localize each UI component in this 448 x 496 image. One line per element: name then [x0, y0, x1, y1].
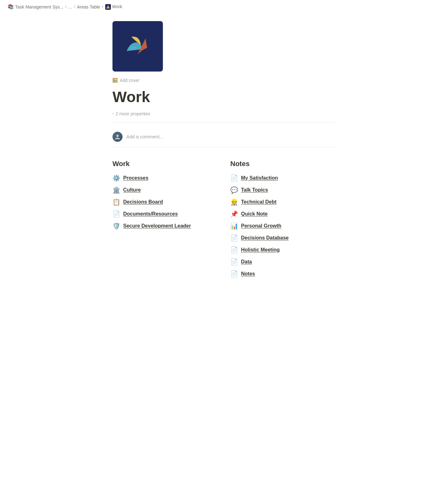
notes-label: Notes — [241, 271, 255, 277]
page-title: Work — [112, 88, 336, 106]
my-satisfaction-icon: 📄 — [230, 174, 238, 182]
link-item-quick-note[interactable]: 📌 Quick Note — [230, 210, 336, 218]
link-item-decisions-database[interactable]: 📄 Decisions Database — [230, 234, 336, 242]
decisions-database-label: Decisions Database — [241, 235, 289, 241]
divider-comment — [112, 147, 336, 147]
talk-topics-icon: 💬 — [230, 186, 238, 194]
link-item-secure-development-leader[interactable]: 🛡️ Secure Development Leader — [112, 222, 218, 230]
sections-container: Work ⚙️ Processes 🏛️ Culture 📋 Decisions… — [112, 160, 336, 278]
link-item-documents-resources[interactable]: 📄 Documents/Resources — [112, 210, 218, 218]
processes-label: Processes — [123, 175, 148, 181]
personal-growth-label: Personal Growth — [241, 223, 281, 229]
work-section: Work ⚙️ Processes 🏛️ Culture 📋 Decisions… — [112, 160, 218, 278]
work-breadcrumb-icon — [105, 4, 111, 10]
breadcrumb-task-management[interactable]: 📚 Task Management Sys... — [8, 4, 63, 10]
avatar — [112, 132, 123, 142]
comment-input[interactable]: Add a comment... — [126, 134, 164, 139]
task-management-icon: 📚 — [8, 4, 14, 10]
page-icon-container — [112, 21, 336, 72]
breadcrumb-sep-2: / — [74, 4, 75, 9]
secure-development-leader-icon: 🛡️ — [112, 222, 120, 230]
link-item-culture[interactable]: 🏛️ Culture — [112, 186, 218, 194]
breadcrumb-areas-table[interactable]: Areas Table — [77, 4, 100, 9]
quick-note-icon: 📌 — [230, 210, 238, 218]
divider-properties — [112, 123, 336, 123]
breadcrumb-sep-3: / — [102, 4, 103, 9]
page-content: 🖼️ Add cover Work › 2 more properties Ad… — [82, 14, 366, 303]
notes-link-list: 📄 My Satisfaction 💬 Talk Topics 👷 Techni… — [230, 174, 336, 278]
decisions-database-icon: 📄 — [230, 234, 238, 242]
link-item-holistic-meeting[interactable]: 📄 Holistic Meeting — [230, 246, 336, 254]
holistic-meeting-label: Holistic Meeting — [241, 247, 280, 253]
properties-toggle[interactable]: › 2 more properties — [112, 111, 336, 116]
notes-section: Notes 📄 My Satisfaction 💬 Talk Topics 👷 … — [230, 160, 336, 278]
link-item-data[interactable]: 📄 Data — [230, 258, 336, 266]
personal-growth-icon: 📊 — [230, 222, 238, 230]
documents-resources-label: Documents/Resources — [123, 211, 178, 217]
breadcrumb-work[interactable]: Work — [105, 4, 122, 10]
breadcrumb: 📚 Task Management Sys... / ... / Areas T… — [0, 0, 448, 14]
data-icon: 📄 — [230, 258, 238, 266]
culture-label: Culture — [123, 187, 141, 193]
technical-debt-label: Technical Debt — [241, 199, 277, 205]
decisions-board-label: Decisions Board — [123, 199, 163, 205]
breadcrumb-sep-1: / — [65, 4, 66, 9]
link-item-talk-topics[interactable]: 💬 Talk Topics — [230, 186, 336, 194]
chevron-down-icon: › — [111, 113, 115, 114]
technical-debt-icon: 👷 — [230, 198, 238, 206]
processes-icon: ⚙️ — [112, 174, 120, 182]
add-cover-icon: 🖼️ — [112, 78, 118, 83]
decisions-board-icon: 📋 — [112, 198, 120, 206]
my-satisfaction-label: My Satisfaction — [241, 175, 278, 181]
breadcrumb-ellipsis[interactable]: ... — [68, 4, 72, 9]
culture-icon: 🏛️ — [112, 186, 120, 194]
link-item-my-satisfaction[interactable]: 📄 My Satisfaction — [230, 174, 336, 182]
holistic-meeting-icon: 📄 — [230, 246, 238, 254]
link-item-personal-growth[interactable]: 📊 Personal Growth — [230, 222, 336, 230]
notes-icon: 📄 — [230, 270, 238, 278]
link-item-notes[interactable]: 📄 Notes — [230, 270, 336, 278]
svg-point-2 — [116, 135, 119, 137]
link-item-processes[interactable]: ⚙️ Processes — [112, 174, 218, 182]
work-link-list: ⚙️ Processes 🏛️ Culture 📋 Decisions Boar… — [112, 174, 218, 230]
comment-area[interactable]: Add a comment... — [112, 128, 336, 146]
talk-topics-label: Talk Topics — [241, 187, 268, 193]
quick-note-label: Quick Note — [241, 211, 267, 217]
notes-section-header: Notes — [230, 160, 336, 168]
work-section-header: Work — [112, 160, 218, 168]
documents-resources-icon: 📄 — [112, 210, 120, 218]
add-cover-button[interactable]: 🖼️ Add cover — [112, 77, 336, 84]
data-label: Data — [241, 259, 252, 265]
avatar-image — [112, 132, 123, 142]
page-icon — [112, 21, 163, 72]
link-item-decisions-board[interactable]: 📋 Decisions Board — [112, 198, 218, 206]
link-item-technical-debt[interactable]: 👷 Technical Debt — [230, 198, 336, 206]
secure-development-leader-label: Secure Development Leader — [123, 223, 191, 229]
